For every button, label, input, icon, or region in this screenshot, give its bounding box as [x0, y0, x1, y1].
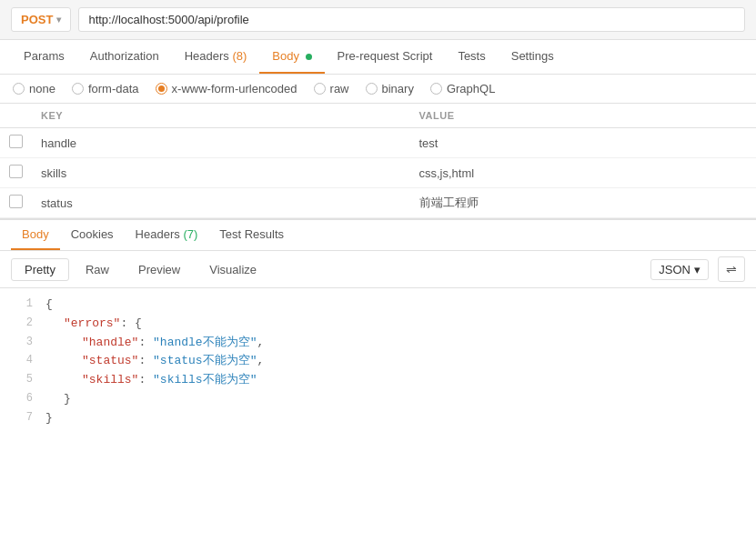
json-line: 6} — [0, 390, 756, 409]
json-line: 1{ — [0, 296, 756, 315]
radio-urlencoded[interactable]: x-www-form-urlencoded — [156, 82, 297, 95]
tab-prerequest[interactable]: Pre-request Script — [325, 40, 446, 74]
radio-binary-circle — [366, 83, 378, 95]
row-checkbox-cell[interactable] — [0, 158, 32, 188]
body-type-bar: none form-data x-www-form-urlencoded raw… — [0, 75, 756, 104]
response-tabs-bar: Body Cookies Headers (7) Test Results — [0, 220, 756, 251]
method-label: POST — [21, 13, 53, 26]
resp-tab-body[interactable]: Body — [11, 220, 60, 250]
checkbox[interactable] — [9, 135, 23, 148]
json-line-content: "skills": "skills不能为空" — [45, 371, 749, 390]
headers-badge: (8) — [232, 49, 247, 63]
line-number: 4 — [7, 352, 33, 369]
val-value: 前端工程师 — [419, 196, 479, 209]
radio-none[interactable]: none — [13, 82, 55, 95]
json-line-content: "errors": { — [45, 315, 749, 334]
value-col-header: VALUE — [410, 104, 757, 128]
view-tabs-bar: Pretty Raw Preview Visualize JSON ▾ ⇌ — [0, 251, 756, 288]
wrap-icon: ⇌ — [726, 262, 737, 276]
radio-raw[interactable]: raw — [314, 82, 349, 95]
checkbox[interactable] — [9, 165, 23, 178]
tab-headers[interactable]: Headers (8) — [172, 40, 260, 74]
radio-binary[interactable]: binary — [366, 82, 414, 95]
radio-urlencoded-circle — [156, 83, 167, 95]
view-tab-raw[interactable]: Raw — [73, 259, 122, 280]
wrap-button[interactable]: ⇌ — [718, 256, 745, 282]
table-row: handle test — [0, 128, 756, 158]
body-dot — [306, 54, 312, 60]
line-number: 5 — [7, 371, 33, 388]
row-key-cell: skills — [32, 158, 410, 188]
tab-settings[interactable]: Settings — [499, 40, 567, 74]
radio-graphql[interactable]: GraphQL — [430, 82, 495, 95]
json-line: 5"skills": "skills不能为空" — [0, 371, 756, 390]
url-input[interactable] — [78, 7, 745, 32]
key-value: handle — [41, 136, 76, 150]
table-row: status 前端工程师 — [0, 188, 756, 218]
row-key-cell: handle — [32, 128, 410, 158]
val-value: test — [419, 136, 438, 150]
key-value: status — [41, 196, 73, 210]
row-value-cell: css,js,html — [410, 158, 757, 188]
view-tab-visualize[interactable]: Visualize — [197, 259, 269, 280]
row-checkbox-cell[interactable] — [0, 128, 32, 158]
json-line-content: "status": "status不能为空", — [45, 352, 749, 371]
json-line: 2"errors": { — [0, 315, 756, 334]
json-line: 3"handle": "handle不能为空", — [0, 334, 756, 353]
kv-table: KEY VALUE handle test skills css,js,html… — [0, 104, 756, 218]
val-value: css,js,html — [419, 166, 475, 180]
resp-tab-headers[interactable]: Headers (7) — [125, 220, 209, 250]
method-chevron: ▾ — [56, 15, 61, 25]
checkbox[interactable] — [9, 195, 23, 208]
row-value-cell: 前端工程师 — [410, 188, 757, 218]
radio-form-data[interactable]: form-data — [72, 82, 139, 95]
url-bar: POST ▾ — [0, 0, 756, 40]
row-value-cell: test — [410, 128, 757, 158]
view-tab-preview[interactable]: Preview — [126, 259, 193, 280]
row-key-cell: status — [32, 188, 410, 218]
json-line: 4"status": "status不能为空", — [0, 352, 756, 371]
json-line-content: "handle": "handle不能为空", — [45, 334, 749, 353]
resp-headers-badge: (7) — [183, 227, 197, 241]
resp-tab-cookies[interactable]: Cookies — [60, 220, 125, 250]
json-line-content: } — [45, 390, 749, 409]
line-number: 6 — [7, 390, 33, 407]
radio-graphql-circle — [430, 83, 442, 95]
line-number: 3 — [7, 334, 33, 351]
table-row: skills css,js,html — [0, 158, 756, 188]
checkbox-col-header — [0, 104, 32, 128]
method-select[interactable]: POST ▾ — [11, 7, 71, 32]
json-line-content: { — [45, 296, 749, 315]
json-output: 1{2"errors": {3"handle": "handle不能为空",4"… — [0, 288, 756, 436]
format-select[interactable]: JSON ▾ — [650, 259, 709, 280]
line-number: 7 — [7, 409, 33, 427]
key-value: skills — [41, 166, 66, 180]
tab-params[interactable]: Params — [11, 40, 77, 74]
radio-none-circle — [13, 83, 25, 95]
top-tabs-bar: Params Authorization Headers (8) Body Pr… — [0, 40, 756, 75]
resp-tab-test-results[interactable]: Test Results — [208, 220, 295, 250]
key-col-header: KEY — [32, 104, 410, 128]
tab-body[interactable]: Body — [259, 40, 324, 74]
line-number: 2 — [7, 315, 33, 332]
tab-tests[interactable]: Tests — [445, 40, 498, 74]
line-number: 1 — [7, 296, 33, 313]
json-line-content: } — [45, 409, 749, 428]
json-line: 7} — [0, 409, 756, 428]
view-tab-pretty[interactable]: Pretty — [11, 258, 69, 281]
response-section: Body Cookies Headers (7) Test Results Pr… — [0, 218, 756, 436]
radio-raw-circle — [314, 83, 326, 95]
radio-form-data-circle — [72, 83, 84, 95]
tab-authorization[interactable]: Authorization — [77, 40, 172, 74]
row-checkbox-cell[interactable] — [0, 188, 32, 218]
format-label: JSON — [659, 263, 690, 276]
format-chevron: ▾ — [694, 263, 701, 276]
